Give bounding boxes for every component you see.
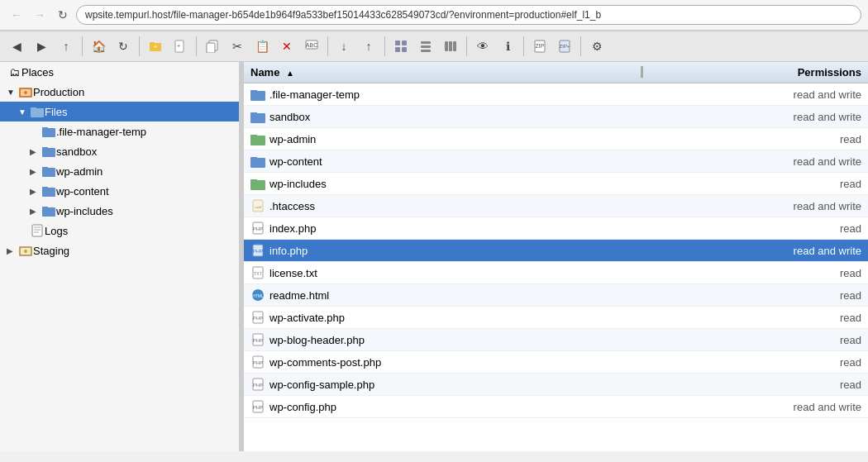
- name-column-header[interactable]: Name ▲: [244, 62, 650, 83]
- svg-rect-12: [402, 47, 407, 52]
- browser-reload-button[interactable]: ↻: [53, 5, 73, 25]
- address-bar[interactable]: [76, 5, 861, 25]
- wpadmin-arrow: ▶: [30, 167, 41, 176]
- file-name-cell[interactable]: wp-content: [244, 150, 650, 173]
- staging-arrow: ▶: [7, 246, 18, 255]
- reload-button[interactable]: ↻: [112, 35, 135, 58]
- file-name-cell[interactable]: PHP wp-blog-header.php: [244, 329, 650, 351]
- sidebar-places-header: 🗂 Places: [0, 62, 239, 82]
- svg-text:+: +: [154, 43, 158, 50]
- file-name-cell[interactable]: PHP index.php: [244, 217, 650, 240]
- toolbar-sep-1: [82, 36, 83, 56]
- permissions-column-header[interactable]: Permissions: [650, 62, 868, 83]
- table-row[interactable]: PHP wp-blog-header.php read: [244, 329, 868, 351]
- nav-forward-button[interactable]: ▶: [30, 35, 53, 58]
- svg-rect-10: [402, 40, 407, 45]
- wpincludes-label: wp-includes: [56, 205, 113, 217]
- file-name-cell[interactable]: PHP info.php: [244, 240, 650, 262]
- toolbar-sep-5: [384, 36, 385, 56]
- file-name-cell[interactable]: PHP wp-comments-post.php: [244, 351, 650, 374]
- table-row[interactable]: .conf .htaccess read and write: [244, 195, 868, 217]
- name-col-resize[interactable]: [641, 66, 643, 78]
- file-name-label: wp-includes: [269, 178, 327, 190]
- new-folder-button[interactable]: +: [144, 35, 167, 58]
- file-type-icon: [250, 131, 265, 146]
- sidebar-item-logs[interactable]: Logs: [0, 221, 239, 241]
- table-row[interactable]: TXT license.txt read: [244, 262, 868, 284]
- table-row[interactable]: sandbox read and write: [244, 106, 868, 128]
- browser-back-button[interactable]: ←: [7, 5, 26, 25]
- copy-button[interactable]: [201, 35, 224, 58]
- file-permissions-cell: read and write: [650, 195, 868, 217]
- file-permissions-cell: read: [650, 284, 868, 307]
- table-row[interactable]: PHP index.php read: [244, 217, 868, 240]
- file-name-cell[interactable]: wp-includes: [244, 173, 650, 195]
- sidebar-item-wp-admin[interactable]: ▶ wp-admin: [0, 161, 239, 181]
- svg-text:ZIP+: ZIP+: [560, 44, 570, 49]
- table-row[interactable]: PHP wp-config.php read and write: [244, 396, 868, 418]
- main-layout: 🗂 Places ▼ Production ▼ Files .file-man: [0, 62, 868, 451]
- production-arrow: ▼: [7, 88, 18, 97]
- nav-up-button[interactable]: ↑: [55, 35, 78, 58]
- toolbar-sep-2: [139, 36, 140, 56]
- sidebar-item-production[interactable]: ▼ Production: [0, 82, 239, 102]
- file-name-cell[interactable]: wp-admin: [244, 128, 650, 150]
- compress-button[interactable]: ZIP+: [553, 35, 576, 58]
- file-type-icon: PHP: [250, 243, 265, 258]
- svg-text:ABC: ABC: [306, 42, 317, 48]
- table-row[interactable]: HTML readme.html read: [244, 284, 868, 307]
- settings-button[interactable]: ⚙: [585, 35, 608, 58]
- file-name-label: wp-config-sample.php: [269, 379, 374, 391]
- table-row[interactable]: wp-admin read: [244, 128, 868, 150]
- table-row[interactable]: .file-manager-temp read and write: [244, 83, 868, 106]
- file-type-icon: [250, 87, 265, 102]
- table-row[interactable]: PHP info.php read and write: [244, 240, 868, 262]
- file-name-cell[interactable]: PHP wp-config-sample.php: [244, 374, 650, 396]
- file-name-cell[interactable]: HTML readme.html: [244, 284, 650, 307]
- table-row[interactable]: wp-includes read: [244, 173, 868, 195]
- file-name-cell[interactable]: PHP wp-config.php: [244, 396, 650, 418]
- file-type-icon: .conf: [250, 198, 265, 213]
- file-name-cell[interactable]: sandbox: [244, 106, 650, 128]
- sidebar-item-wp-includes[interactable]: ▶ wp-includes: [0, 201, 239, 221]
- sidebar-item-files[interactable]: ▼ Files: [0, 102, 239, 121]
- cut-button[interactable]: ✂: [226, 35, 249, 58]
- file-name-cell[interactable]: PHP wp-activate.php: [244, 307, 650, 329]
- svg-text:PHP: PHP: [253, 383, 263, 388]
- file-name-label: wp-blog-header.php: [269, 334, 365, 346]
- browser-forward-button[interactable]: →: [30, 5, 50, 25]
- file-name-cell[interactable]: TXT license.txt: [244, 262, 650, 284]
- info-button[interactable]: ℹ: [496, 35, 519, 58]
- nav-back-button[interactable]: ◀: [5, 35, 28, 58]
- file-permissions-cell: read: [650, 329, 868, 351]
- extract-button[interactable]: ZIP: [528, 35, 551, 58]
- rename-button[interactable]: ABC: [300, 35, 323, 58]
- sidebar-item-staging[interactable]: ▶ Staging: [0, 241, 239, 260]
- sidebar-item-wp-content[interactable]: ▶ wp-content: [0, 181, 239, 201]
- file-name-label: wp-content: [269, 155, 322, 168]
- places-icon: 🗂: [7, 64, 21, 79]
- svg-rect-54: [250, 179, 257, 182]
- home-button[interactable]: 🏠: [87, 35, 110, 58]
- view-list-button[interactable]: [414, 35, 437, 58]
- table-row[interactable]: PHP wp-config-sample.php read: [244, 374, 868, 396]
- file-permissions-cell: read and write: [650, 150, 868, 173]
- new-file-button[interactable]: +: [169, 35, 192, 58]
- upload-button[interactable]: ↑: [357, 35, 380, 58]
- file-permissions-cell: read and write: [650, 83, 868, 106]
- table-row[interactable]: PHP wp-comments-post.php read: [244, 351, 868, 374]
- view-icons-button[interactable]: [389, 35, 413, 58]
- svg-text:ZIP: ZIP: [536, 43, 545, 49]
- download-button[interactable]: ↓: [332, 35, 355, 58]
- file-name-cell[interactable]: .file-manager-temp: [244, 83, 650, 106]
- view-columns-button[interactable]: [439, 35, 462, 58]
- sandbox-label: sandbox: [56, 145, 97, 158]
- table-row[interactable]: wp-content read and write: [244, 150, 868, 173]
- sidebar-item-sandbox[interactable]: ▶ sandbox: [0, 141, 239, 161]
- paste-button[interactable]: 📋: [250, 35, 274, 58]
- sidebar-item-file-manager-temp[interactable]: .file-manager-temp: [0, 121, 239, 141]
- delete-button[interactable]: ✕: [275, 35, 298, 58]
- preview-button[interactable]: 👁: [471, 35, 494, 58]
- table-row[interactable]: PHP wp-activate.php read: [244, 307, 868, 329]
- file-name-cell[interactable]: .conf .htaccess: [244, 195, 650, 217]
